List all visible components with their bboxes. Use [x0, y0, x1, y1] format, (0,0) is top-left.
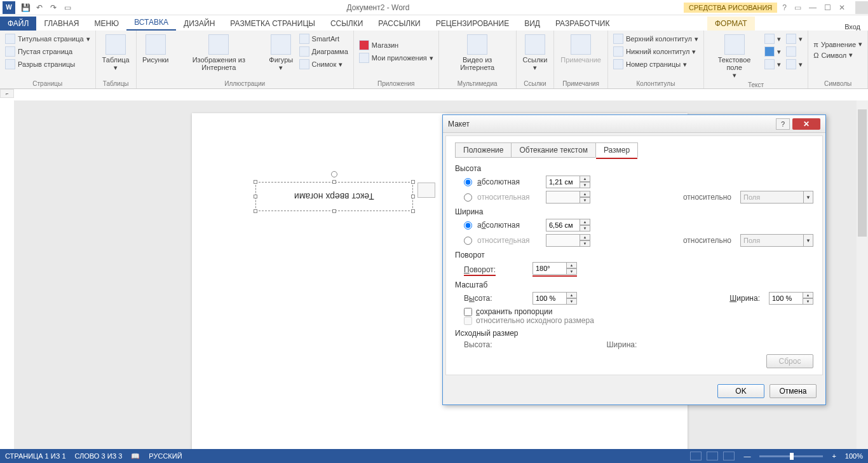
- spin-up-icon[interactable]: ▲: [580, 176, 590, 182]
- rotation-spinner[interactable]: ▲▼: [532, 262, 577, 277]
- myapps-button[interactable]: Мои приложения ▾: [358, 52, 435, 64]
- tab-developer[interactable]: РАЗРАБОТЧИК: [548, 17, 618, 31]
- user-avatar[interactable]: [855, 1, 868, 14]
- tab-home[interactable]: ГЛАВНАЯ: [36, 17, 86, 31]
- screenshot-button[interactable]: Снимок ▾: [298, 59, 349, 70]
- undo-icon[interactable]: ↶: [34, 3, 44, 13]
- spin-down-icon[interactable]: ▼: [803, 298, 813, 305]
- minimize-icon[interactable]: —: [809, 3, 817, 12]
- table-button[interactable]: Таблица▾: [100, 33, 132, 73]
- tab-references[interactable]: ССЫЛКИ: [323, 17, 370, 31]
- login-link[interactable]: Вход: [844, 23, 860, 31]
- width-relative-radio[interactable]: [464, 237, 472, 245]
- symbol-button[interactable]: Ω Символ ▾: [812, 50, 864, 60]
- page-break-button[interactable]: Разрыв страницы: [4, 59, 92, 70]
- zoom-knob[interactable]: [790, 453, 794, 460]
- scroll-thumb[interactable]: [858, 109, 867, 237]
- zoom-out-icon[interactable]: —: [743, 452, 750, 460]
- quickparts-button[interactable]: ▾: [763, 33, 782, 45]
- scale-height-input[interactable]: [532, 292, 567, 305]
- cover-page-button[interactable]: Титульная страница ▾: [4, 33, 92, 45]
- online-pictures-button[interactable]: Изображения из Интернета: [173, 33, 264, 73]
- height-absolute-input[interactable]: [546, 176, 580, 188]
- ok-button[interactable]: OK: [717, 384, 764, 398]
- smartart-button[interactable]: SmartArt: [298, 33, 349, 45]
- links-button[interactable]: Ссылки▾: [520, 33, 550, 73]
- new-doc-icon[interactable]: ▭: [62, 3, 72, 13]
- tab-size[interactable]: Размер: [595, 142, 638, 158]
- vertical-ruler[interactable]: [2, 100, 12, 449]
- tab-design[interactable]: ДИЗАЙН: [176, 17, 222, 31]
- help-icon[interactable]: ?: [782, 3, 787, 12]
- tab-view[interactable]: ВИД: [517, 17, 548, 31]
- tab-format[interactable]: ФОРМАТ: [707, 17, 755, 31]
- horizontal-ruler[interactable]: [178, 90, 857, 100]
- spin-up-icon[interactable]: ▲: [566, 262, 577, 268]
- tab-layout[interactable]: РАЗМЕТКА СТРАНИЦЫ: [222, 17, 323, 31]
- scale-width-spinner[interactable]: ▲▼: [769, 292, 813, 305]
- maximize-icon[interactable]: ☐: [824, 3, 831, 12]
- zoom-slider[interactable]: [759, 455, 823, 457]
- dropcap-button[interactable]: ▾: [763, 59, 782, 70]
- spin-down-icon[interactable]: ▼: [566, 298, 577, 305]
- textbox-content[interactable]: Текст вверх ногами: [294, 191, 374, 202]
- equation-button[interactable]: π Уравнение ▾: [812, 39, 864, 49]
- scale-height-spinner[interactable]: ▲▼: [532, 292, 577, 305]
- dialog-titlebar[interactable]: Макет ? ✕: [443, 115, 825, 133]
- width-absolute-input[interactable]: [546, 219, 580, 232]
- spin-up-icon[interactable]: ▲: [566, 292, 577, 298]
- comment-button[interactable]: Примечание: [558, 33, 604, 65]
- height-relative-radio[interactable]: [464, 193, 472, 202]
- tab-file[interactable]: ФАЙЛ: [0, 17, 36, 31]
- footer-button[interactable]: Нижний колонтитул ▾: [612, 46, 700, 57]
- selected-textbox[interactable]: Текст вверх ногами: [255, 182, 413, 211]
- tab-review[interactable]: РЕЦЕНЗИРОВАНИЕ: [428, 17, 517, 31]
- textbox-button[interactable]: Текстовое поле▾: [708, 33, 761, 80]
- view-print-icon[interactable]: [707, 452, 718, 460]
- tab-insert[interactable]: ВСТАВКА: [126, 15, 176, 31]
- spin-down-icon[interactable]: ▼: [580, 225, 590, 232]
- redo-icon[interactable]: ↷: [48, 3, 58, 13]
- spin-up-icon[interactable]: ▲: [580, 219, 590, 225]
- header-button[interactable]: Верхний колонтитул ▾: [612, 33, 700, 45]
- save-icon[interactable]: 💾: [20, 3, 31, 13]
- online-video-button[interactable]: Видео из Интернета: [443, 33, 512, 73]
- lock-aspect-checkbox[interactable]: [464, 308, 472, 316]
- dialog-close-button[interactable]: ✕: [792, 118, 820, 130]
- sigline-button[interactable]: ▾: [785, 33, 804, 45]
- blank-page-button[interactable]: Пустая страница: [4, 46, 92, 57]
- pagenum-button[interactable]: Номер страницы ▾: [612, 59, 700, 70]
- width-absolute-spinner[interactable]: ▲▼: [546, 219, 590, 232]
- status-words[interactable]: СЛОВО 3 ИЗ 3: [75, 452, 123, 460]
- width-absolute-radio[interactable]: [464, 221, 472, 230]
- rotate-handle[interactable]: [331, 171, 337, 177]
- height-absolute-radio[interactable]: [464, 178, 472, 186]
- tab-menu[interactable]: Меню: [86, 17, 126, 31]
- tab-wrapping[interactable]: Обтекание текстом: [511, 142, 595, 158]
- view-web-icon[interactable]: [723, 452, 735, 460]
- pictures-button[interactable]: Рисунки: [140, 33, 171, 65]
- height-absolute-spinner[interactable]: ▲▼: [546, 176, 590, 188]
- proofing-icon[interactable]: 📖: [131, 452, 140, 460]
- tab-position[interactable]: Положение: [455, 142, 512, 158]
- object-button[interactable]: ▾: [785, 59, 804, 70]
- scale-width-input[interactable]: [769, 292, 803, 305]
- status-lang[interactable]: РУССКИЙ: [149, 452, 182, 460]
- spin-down-icon[interactable]: ▼: [580, 182, 590, 188]
- dialog-help-button[interactable]: ?: [776, 118, 790, 130]
- close-icon[interactable]: ✕: [839, 3, 845, 12]
- zoom-level[interactable]: 100%: [845, 452, 863, 460]
- datetime-button[interactable]: [785, 46, 804, 57]
- ribbon-options-icon[interactable]: ▭: [794, 3, 801, 12]
- wordart-button[interactable]: ▾: [763, 46, 782, 57]
- vertical-scrollbar[interactable]: [857, 100, 868, 449]
- view-read-icon[interactable]: [690, 452, 702, 460]
- cancel-button[interactable]: Отмена: [770, 384, 817, 398]
- rotation-input[interactable]: [532, 262, 567, 275]
- shapes-button[interactable]: Фигуры▾: [267, 33, 295, 73]
- layout-options-icon[interactable]: [417, 183, 435, 198]
- status-page[interactable]: СТРАНИЦА 1 ИЗ 1: [5, 452, 66, 460]
- zoom-in-icon[interactable]: +: [832, 452, 836, 460]
- spin-down-icon[interactable]: ▼: [566, 268, 577, 275]
- spin-up-icon[interactable]: ▲: [803, 292, 813, 298]
